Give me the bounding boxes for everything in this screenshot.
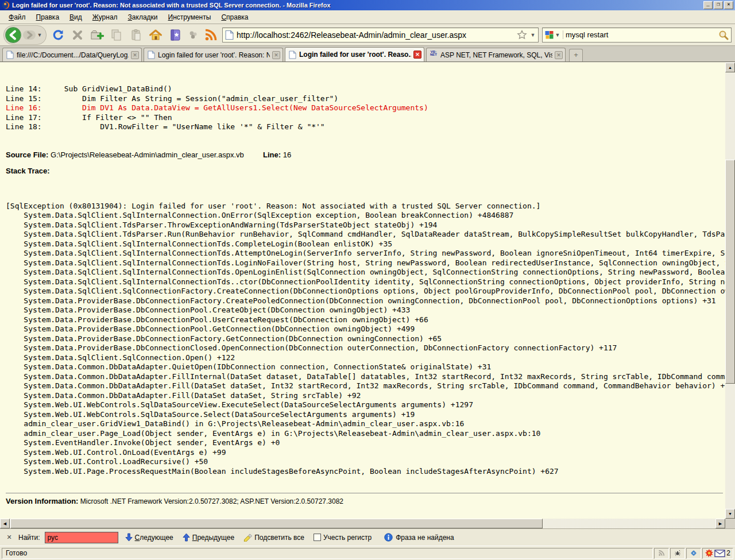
bookmarks-button[interactable] — [167, 27, 183, 43]
menu-item[interactable]: Закладки — [123, 11, 163, 23]
horizontal-scroll-thumb[interactable] — [10, 519, 543, 528]
stack-line: System.Data.ProviderBase.DbConnectionPoo… — [6, 315, 725, 325]
horizontal-scrollbar[interactable]: ◀ ▶ — [0, 519, 725, 528]
divider — [6, 493, 723, 493]
mail-notifier[interactable]: 2 — [702, 548, 733, 559]
stack-line: admin_clear_user.Page_Load(Object sender… — [6, 429, 725, 439]
reload-button[interactable] — [50, 27, 66, 43]
stack-line: System.Data.Common.DbDataAdapter.Fill(Da… — [6, 381, 725, 391]
find-label: Найти: — [18, 534, 40, 542]
minimize-button[interactable]: _ — [703, 1, 713, 9]
scroll-up-icon[interactable]: ▲ — [725, 63, 735, 72]
aspnet-error-page: Line 14: Sub GridView1_DataBind()Line 15… — [0, 63, 725, 519]
code-line: Line 18: DV1.RowFilter = "UserName like … — [6, 122, 725, 132]
search-magnifier-icon[interactable] — [718, 30, 729, 40]
url-input[interactable] — [237, 30, 514, 40]
back-button[interactable] — [5, 26, 22, 44]
find-previous-button[interactable]: Предыдущее — [180, 532, 237, 543]
scroll-right-icon[interactable]: ▶ — [715, 519, 725, 528]
stack-line: System.Data.SqlClient.SqlConnectionFacto… — [6, 287, 725, 296]
title-bar: Login failed for user 'root'. Reason: No… — [0, 0, 735, 10]
rss-feed-button[interactable] — [203, 27, 219, 43]
tab-close-icon[interactable]: ✕ — [413, 51, 421, 59]
stack-line: System.Data.ProviderBase.DbConnectionClo… — [6, 343, 725, 353]
stack-trace-heading: Stack Trace: — [6, 165, 725, 176]
menu-item[interactable]: Вид — [64, 11, 87, 23]
new-tab-button[interactable]: + — [569, 49, 583, 61]
vbnet-icon: VB:NET — [429, 51, 438, 60]
menu-item[interactable]: Правка — [31, 11, 65, 23]
code-line: Line 15: Dim Filter As String = Session(… — [6, 94, 725, 104]
forward-button[interactable] — [22, 29, 36, 41]
restore-button[interactable]: ❐ — [714, 1, 723, 9]
tab-close-icon[interactable]: ✕ — [555, 51, 563, 59]
addon-button[interactable] — [187, 27, 199, 43]
stack-line: System.Data.SqlClient.SqlInternalConnect… — [6, 211, 725, 221]
browser-tab[interactable]: VB:NET file:///C:/Document.../Data/Query… — [2, 48, 142, 61]
stack-line: System.Web.UI.Control.LoadRecursive() +5… — [6, 457, 725, 467]
paste-button[interactable] — [128, 27, 144, 43]
status-bar: Готово 2 — [0, 546, 735, 560]
close-button[interactable]: ✕ — [724, 1, 733, 9]
google-engine-icon[interactable] — [545, 30, 554, 39]
rss-status-icon[interactable] — [654, 548, 669, 559]
find-input[interactable] — [45, 532, 118, 543]
navigation-toolbar: ▼ ▼ ▼ — [0, 24, 735, 46]
source-file-line: Source File: G:\Projects\Releasebeat-Adm… — [6, 150, 725, 159]
page-icon — [288, 50, 297, 59]
browser-tab[interactable]: VB:NET ASP NET, NET Framework, SQL, Visu… — [426, 48, 566, 61]
scroll-down-icon[interactable]: ▼ — [725, 509, 735, 519]
stack-line: System.Data.SqlClient.SqlInternalConnect… — [6, 249, 725, 258]
vertical-scroll-thumb[interactable] — [725, 160, 735, 384]
bookmark-star-icon[interactable] — [517, 30, 527, 40]
browser-tab[interactable]: VB:NET Login failed for user 'root'. Rea… — [285, 47, 424, 61]
find-status-text: Фраза не найдена — [396, 534, 454, 542]
scroll-left-icon[interactable]: ◀ — [0, 519, 10, 528]
tab-close-icon[interactable]: ✕ — [272, 51, 280, 59]
stack-line: System.Data.ProviderBase.DbConnectionPoo… — [6, 306, 725, 315]
page-icon — [5, 51, 14, 60]
bug-icon[interactable] — [670, 548, 685, 559]
menu-item[interactable]: Журнал — [87, 11, 123, 23]
tab-bar: VB:NET file:///C:/Document.../Data/Query… — [0, 46, 735, 62]
stack-line: System.Data.SqlClient.SqlConnection.Open… — [6, 353, 725, 363]
stop-button[interactable] — [69, 27, 86, 43]
engine-dropdown-icon[interactable]: ▼ — [555, 32, 560, 38]
history-dropdown-icon[interactable]: ▼ — [37, 32, 42, 38]
scrollbar-corner — [725, 519, 735, 528]
stack-line: [SqlException (0x80131904): Login failed… — [6, 202, 725, 211]
stack-line: System.Data.ProviderBase.DbConnectionFac… — [6, 334, 725, 344]
version-information: Version Information: Microsoft .NET Fram… — [6, 497, 725, 505]
url-dropdown-icon[interactable]: ▼ — [530, 32, 536, 38]
stack-line: System.Data.ProviderBase.DbConnectionPoo… — [6, 325, 725, 334]
firefox-icon — [2, 1, 10, 9]
vertical-scrollbar[interactable]: ▲ ▼ — [725, 63, 735, 519]
menu-item[interactable]: Инструменты — [163, 11, 216, 23]
target-icon[interactable] — [686, 548, 701, 559]
highlight-all-button[interactable]: Подсветить все — [241, 532, 307, 543]
browser-tab[interactable]: VB:NET Login failed for user 'root'. Rea… — [144, 48, 283, 61]
home-button[interactable] — [148, 27, 164, 43]
find-bar: ✕ Найти: Следующее Предыдущее Подсветить… — [0, 528, 735, 546]
menu-item[interactable]: Файл — [3, 11, 31, 23]
new-folder-button[interactable] — [89, 27, 105, 43]
search-input[interactable] — [566, 30, 716, 39]
code-line: Line 14: Sub GridView1_DataBind() — [6, 84, 725, 94]
copy-button[interactable] — [109, 27, 125, 43]
stack-line: System.Web.UI.Page.ProcessRequestMain(Bo… — [6, 467, 725, 477]
checkbox-icon[interactable] — [314, 534, 321, 541]
source-file-label: Source File: — [6, 150, 48, 159]
stack-line: System.Web.UI.Control.OnLoad(EventArgs e… — [6, 448, 725, 458]
search-box: ▼ — [542, 28, 732, 43]
window-title: Login failed for user 'root'. Reason: No… — [12, 2, 703, 9]
highlighter-icon — [243, 533, 252, 542]
tab-close-icon[interactable]: ✕ — [131, 51, 139, 59]
match-case-checkbox[interactable]: Учесть регистр — [311, 532, 374, 543]
menu-item[interactable]: Справка — [216, 11, 253, 23]
stack-line: System.Web.UI.WebControls.SqlDataSourceV… — [6, 400, 725, 410]
stack-line: System.Data.SqlClient.SqlInternalConnect… — [6, 240, 725, 249]
down-arrow-icon — [125, 533, 133, 542]
page-favicon-icon — [225, 30, 234, 40]
findbar-close-icon[interactable]: ✕ — [5, 534, 14, 541]
find-next-button[interactable]: Следующее — [123, 532, 176, 543]
